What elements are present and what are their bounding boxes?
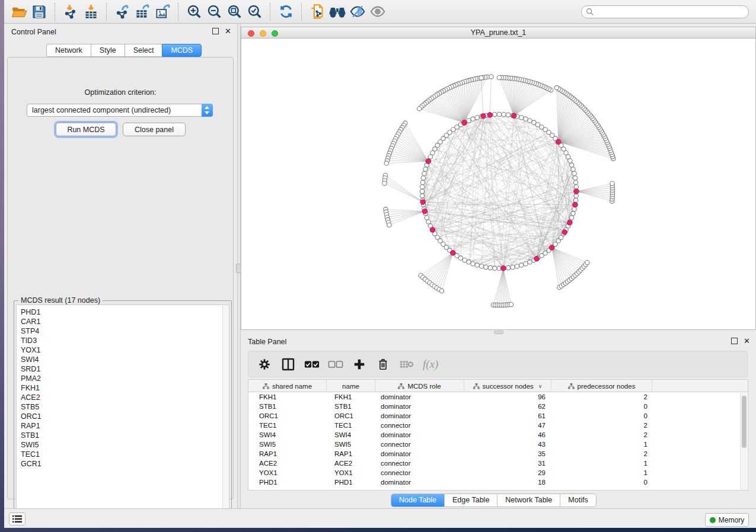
table-cell: 47 xyxy=(464,422,551,429)
table-cell: connector xyxy=(375,422,464,429)
table-row[interactable]: PHD1PHD1dominator180 xyxy=(248,477,748,487)
table-header-row: shared namenameMCDS rolesuccessor nodes∨… xyxy=(248,380,748,392)
column-header-predecessor-nodes[interactable]: predecessor nodes xyxy=(551,380,652,392)
tab-mcds[interactable]: MCDS xyxy=(162,44,202,57)
network-frame: YPA_prune.txt_1 xyxy=(241,27,756,330)
export-image-icon xyxy=(155,4,171,20)
mcds-list-scrollbar[interactable] xyxy=(222,305,229,517)
new-network-from-selection-button[interactable] xyxy=(307,2,327,21)
mcds-result-item: SRD1 xyxy=(21,364,229,374)
open-folder-icon xyxy=(11,4,27,20)
table-cell: SWI5 xyxy=(327,441,375,448)
column-header-name[interactable]: name xyxy=(327,380,375,392)
table-cell: STB1 xyxy=(248,403,327,410)
tab-edge-table[interactable]: Edge Table xyxy=(445,494,497,507)
import-table-button[interactable] xyxy=(81,2,101,21)
table-row[interactable]: STB1STB1dominator620 xyxy=(248,402,748,411)
right-region: YPA_prune.txt_1 Table Panel ✕ xyxy=(241,24,756,508)
task-history-button[interactable] xyxy=(9,512,25,525)
tab-style[interactable]: Style xyxy=(91,44,125,57)
search-input[interactable] xyxy=(594,7,748,17)
mcds-result-group: MCDS result (17 nodes) PHD1CAR1STP4TID3Y… xyxy=(14,300,232,520)
run-mcds-button[interactable]: Run MCDS xyxy=(56,123,116,136)
table-cell: FKH1 xyxy=(327,393,375,400)
column-settings-button[interactable] xyxy=(257,357,272,372)
table-row[interactable]: ORC1ORC1dominator610 xyxy=(248,411,748,421)
close-panel-icon[interactable]: ✕ xyxy=(225,28,231,34)
zoom-selected-button[interactable] xyxy=(244,2,264,21)
export-network-button[interactable] xyxy=(112,2,132,21)
table-row[interactable]: SWI4SWI4dominator462 xyxy=(248,430,748,440)
table-row[interactable]: YOX1YOX1connector291 xyxy=(248,468,748,477)
float-panel-icon[interactable] xyxy=(731,338,738,344)
table-cell: PHD1 xyxy=(248,479,327,486)
tab-node-table[interactable]: Node Table xyxy=(391,494,445,507)
split-columns-icon xyxy=(281,357,295,371)
table-cell: dominator xyxy=(375,393,464,400)
tab-select[interactable]: Select xyxy=(125,44,162,57)
toolbar-separator xyxy=(106,3,107,21)
column-header-shared-name[interactable]: shared name xyxy=(248,380,327,392)
table-cell: 29 xyxy=(464,469,551,476)
show-graphics-details-button[interactable] xyxy=(368,2,388,21)
table-row[interactable]: RAP1RAP1dominator352 xyxy=(248,449,748,459)
hide-graphics-details-button[interactable] xyxy=(347,2,368,21)
search-network-button[interactable] xyxy=(327,2,347,21)
column-header-successor-nodes[interactable]: successor nodes∨ xyxy=(464,380,551,392)
zoom-out-button[interactable] xyxy=(204,2,224,21)
network-canvas[interactable] xyxy=(241,39,755,329)
table-row[interactable]: TEC1TEC1connector472 xyxy=(248,421,748,430)
table-scrollbar[interactable] xyxy=(740,393,747,489)
mcds-result-item: SWI5 xyxy=(21,440,229,450)
export-table-button[interactable] xyxy=(132,2,152,21)
search-box[interactable] xyxy=(581,5,749,18)
import-network-button[interactable] xyxy=(60,2,81,21)
float-panel-icon[interactable] xyxy=(212,28,219,34)
column-header-MCDS-role[interactable]: MCDS role xyxy=(375,380,464,392)
table-row[interactable]: FKH1FKH1dominator962 xyxy=(248,392,748,402)
refresh-icon xyxy=(278,4,294,20)
toolbar-separator xyxy=(270,3,270,21)
import-table-icon xyxy=(83,4,99,20)
table-cell: 2 xyxy=(551,393,652,400)
table-cell: RAP1 xyxy=(248,450,327,457)
tab-motifs[interactable]: Motifs xyxy=(560,494,595,507)
update-view-button[interactable] xyxy=(276,2,296,21)
table-scrollbar-thumb[interactable] xyxy=(742,396,747,448)
mcds-result-item: TEC1 xyxy=(21,450,229,459)
zoom-in-button[interactable] xyxy=(184,2,204,21)
split-table-button[interactable] xyxy=(280,357,296,372)
tab-network-table[interactable]: Network Table xyxy=(497,494,560,507)
zoom-fit-button[interactable] xyxy=(224,2,244,21)
table-row[interactable]: ACE2ACE2connector311 xyxy=(248,459,748,468)
control-panel-header: Control Panel ✕ xyxy=(4,24,237,40)
export-network-icon xyxy=(114,4,130,20)
add-column-button[interactable] xyxy=(352,357,367,372)
save-session-button[interactable] xyxy=(29,2,49,21)
memory-button[interactable]: Memory xyxy=(705,513,749,527)
mcds-result-item: PMA2 xyxy=(21,374,229,383)
control-panel: Control Panel ✕ NetworkStyleSelectMCDS O… xyxy=(4,24,237,508)
deselect-all-checkboxes-button[interactable] xyxy=(328,357,343,372)
save-icon xyxy=(31,4,47,20)
network-titlebar[interactable]: YPA_prune.txt_1 xyxy=(241,27,755,39)
table-tabs: Node TableEdge TableNetwork TableMotifs xyxy=(391,493,596,507)
close-panel-button[interactable]: Close panel xyxy=(123,123,186,136)
table-cell: 0 xyxy=(551,479,652,486)
delete-column-button[interactable] xyxy=(375,357,391,372)
select-all-checkboxes-button[interactable] xyxy=(304,357,320,372)
table-cell: 35 xyxy=(464,450,551,457)
mcds-result-item: STB1 xyxy=(21,431,229,440)
open-file-button[interactable] xyxy=(9,2,29,21)
table-cell: SWI4 xyxy=(327,431,375,438)
close-panel-icon[interactable]: ✕ xyxy=(744,338,750,344)
table-cell: 31 xyxy=(464,460,551,467)
export-image-button[interactable] xyxy=(152,2,173,21)
table-row[interactable]: SWI5SWI5connector431 xyxy=(248,440,748,449)
mcds-result-list[interactable]: PHD1CAR1STP4TID3YOX1SWI4SRD1PMA2FKH1ACE2… xyxy=(16,305,229,517)
criterion-select[interactable]: largest connected component (undirected) xyxy=(27,104,213,117)
tab-network[interactable]: Network xyxy=(46,44,91,57)
table-cell: 1 xyxy=(551,441,652,448)
search-icon xyxy=(586,8,594,16)
table-cell: ACE2 xyxy=(327,460,375,467)
